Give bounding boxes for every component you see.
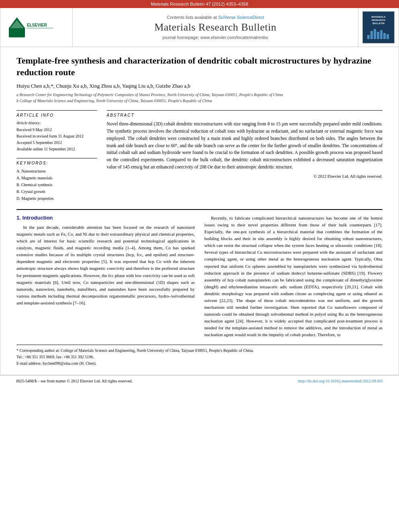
article-info-box: Article Info Article history: Received 9…: [16, 110, 97, 152]
body-section: 1. Introduction In the past decade, cons…: [16, 215, 383, 338]
left-column: Article Info Article history: Received 9…: [16, 110, 97, 202]
footnote-email: E-mail address: hychen090@sina.com (H. C…: [16, 360, 383, 367]
svg-text:ELSEVIER: ELSEVIER: [27, 23, 47, 27]
header-center: Contents lists available at SciVerse Sci…: [73, 8, 358, 47]
intro-paragraph-right: Recently, to fabricate complicated hiera…: [204, 215, 383, 338]
intro-heading: 1. Introduction: [16, 215, 195, 221]
accepted-date: Accepted 5 September 2012: [16, 140, 97, 146]
svg-rect-11: [387, 34, 389, 39]
journal-title: Materials Research Bulletin: [154, 21, 277, 33]
elsevier-logo: ELSEVIER: [7, 15, 55, 39]
article-info-title: Article Info: [16, 113, 97, 117]
body-left-col: 1. Introduction In the past decade, cons…: [16, 215, 195, 338]
footnote-star: * Corresponding author at: College of Ma…: [16, 347, 383, 354]
keyword-item: A. Nanostructures: [16, 168, 97, 175]
top-bar-text: Materials Research Bulletin 47 (2012) 43…: [151, 2, 248, 6]
keywords-title: Keywords:: [16, 161, 97, 165]
copyright-line: © 2012 Elsevier Ltd. All rights reserved…: [107, 174, 383, 179]
sci-verse-line: Contents lists available at SciVerse Sci…: [167, 15, 264, 20]
journal-cover-image: MATERIALS RESEARCH BULLETIN: [362, 11, 395, 43]
revised-date: Received in revised form 31 August 2012: [16, 133, 97, 140]
abstract-text: Novel three-dimensional (3D) cobalt dend…: [107, 121, 383, 171]
header-right: MATERIALS RESEARCH BULLETIN: [358, 8, 399, 47]
svg-rect-7: [374, 29, 376, 39]
bottom-bar: 0025-5408/$ – see front matter © 2012 El…: [0, 375, 399, 386]
cover-title-1: MATERIALS: [372, 16, 386, 19]
svg-rect-6: [370, 31, 373, 39]
divider: [16, 209, 383, 210]
keyword-item: B. Chemical synthesis: [16, 181, 97, 188]
svg-rect-0: [9, 27, 25, 37]
article-info-abstract-row: Article Info Article history: Received 9…: [16, 110, 383, 202]
affiliation-2: b College of Materials Science and Engin…: [16, 98, 383, 104]
sci-verse-link[interactable]: SciVerse ScienceDirect: [218, 15, 264, 20]
svg-rect-9: [380, 30, 383, 39]
affiliations: a Research Center for Engineering Techno…: [16, 92, 383, 104]
issn-line: 0025-5408/$ – see front matter © 2012 El…: [16, 379, 132, 383]
svg-rect-8: [377, 32, 379, 39]
keywords-section: Keywords: A. NanostructuresA. Magnetic m…: [16, 158, 97, 202]
svg-rect-10: [383, 33, 386, 39]
intro-paragraph-left: In the past decade, considerable attenti…: [16, 224, 195, 306]
affiliation-1: a Research Center for Engineering Techno…: [16, 92, 383, 98]
keyword-list: A. NanostructuresA. Magnetic materialsB.…: [16, 168, 97, 202]
cover-title-3: BULLETIN: [372, 22, 385, 25]
received-date: Received 9 May 2012: [16, 127, 97, 133]
doi-link[interactable]: http://dx.doi.org/10.1016/j.materresbull…: [298, 379, 383, 383]
keyword-item: D. Magnetic properties: [16, 195, 97, 202]
abstract-box: Abstract Novel three-dimensional (3D) co…: [107, 110, 383, 179]
body-right-col: Recently, to fabricate complicated hiera…: [204, 215, 383, 338]
history-label: Article history:: [16, 121, 97, 125]
footnote-tel: Tel.: +86 351 355 9669; fax: +86 351 392…: [16, 354, 383, 360]
svg-rect-5: [367, 35, 370, 39]
right-column: Abstract Novel three-dimensional (3D) co…: [107, 110, 383, 202]
article-main: Template-free synthesis and characteriza…: [0, 47, 399, 375]
journal-homepage: journal homepage: www.elsevier.com/locat…: [162, 35, 268, 40]
header-section: ELSEVIER Contents lists available at Sci…: [0, 8, 399, 47]
keyword-item: A. Magnetic materials: [16, 175, 97, 181]
keyword-item: B. Crystal growth: [16, 188, 97, 195]
cover-title-2: RESEARCH: [372, 19, 385, 22]
abstract-title: Abstract: [107, 113, 383, 117]
top-bar: Materials Research Bulletin 47 (2012) 43…: [0, 0, 399, 8]
header-logo-area: ELSEVIER: [0, 8, 73, 47]
authors: Huiyu Chen a,b,*, Chunju Xu a,b, Xing Zh…: [16, 83, 383, 89]
article-title: Template-free synthesis and characteriza…: [16, 55, 383, 78]
footnote-section: * Corresponding author at: College of Ma…: [16, 345, 383, 367]
available-date: Available online 11 September 2012: [16, 146, 97, 152]
